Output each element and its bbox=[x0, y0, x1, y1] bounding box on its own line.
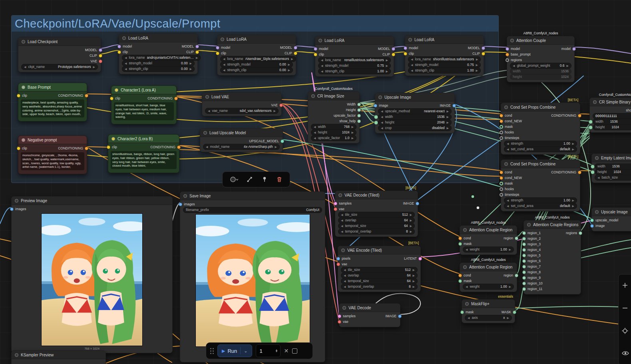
vae-encode-tiled[interactable]: [BETA]VAE Encode (Tiled)pixelsLATENTvae◀… bbox=[338, 246, 421, 292]
collapse-dot-icon[interactable] bbox=[527, 223, 531, 227]
collapse-dot-icon[interactable] bbox=[203, 131, 207, 135]
empty-latent-image-header[interactable]: Empty Latent Image bbox=[592, 154, 631, 162]
cr-simple-binary[interactable]: Comfyroll_CustomNodesCR Simple Binarysho… bbox=[589, 97, 631, 133]
character2-lora-b-header[interactable]: Character2 (Lora B) bbox=[108, 135, 179, 143]
output-CLIP[interactable]: CLIP bbox=[186, 50, 199, 54]
widget-strength_model[interactable]: ◀strength_model0.75▶ bbox=[408, 62, 481, 68]
decrement-arrow-icon[interactable]: ◀ bbox=[411, 69, 413, 72]
input-vae[interactable]: vae bbox=[336, 262, 347, 266]
decrement-arrow-icon[interactable]: ◀ bbox=[341, 230, 343, 233]
decrement-arrow-icon[interactable]: ◀ bbox=[24, 66, 26, 68]
decrement-arrow-icon[interactable]: ◀ bbox=[507, 148, 509, 151]
output-CLIP[interactable]: CLIP bbox=[382, 52, 395, 56]
input-mask[interactable]: mask bbox=[500, 181, 513, 185]
input-clip[interactable]: clip bbox=[17, 93, 27, 97]
clear-queue-button[interactable]: ✕ bbox=[284, 348, 289, 354]
output-UPSCALE_MODEL[interactable]: UPSCALE_MODEL bbox=[249, 139, 284, 143]
input-timesteps[interactable]: timesteps bbox=[500, 136, 519, 140]
output-CONDITIONING[interactable]: CONDITIONING bbox=[147, 96, 178, 100]
widget-overlap[interactable]: ◀overlap64▶ bbox=[338, 217, 415, 223]
character1-lora-a[interactable]: Character1 (Lora A)clipCONDITIONINGrenaI… bbox=[111, 86, 177, 124]
widget-width[interactable]: ◀width768▶ bbox=[311, 124, 356, 130]
widget-upscale_method[interactable]: ◀upscale_methodnearest-exact▶ bbox=[378, 108, 452, 114]
widget-batch_size[interactable]: ◀batch_size▶ bbox=[595, 175, 631, 181]
input-cond[interactable]: cond bbox=[500, 113, 512, 117]
collapse-dot-icon[interactable] bbox=[115, 88, 118, 92]
widget-upscale_factor[interactable]: ◀upscale_factor1.0▶ bbox=[311, 135, 356, 141]
widget-strength_clip[interactable]: ◀strength_clip0.00▶ bbox=[220, 67, 293, 73]
save-image-header[interactable]: Save Image bbox=[180, 192, 325, 200]
widget-width[interactable]: width1536 bbox=[595, 163, 631, 169]
node-graph-canvas[interactable]: Checkpoint/LoRA/Vae/Upscale/Prompt bbox=[0, 0, 631, 364]
output-VAE[interactable]: VAE bbox=[91, 59, 102, 63]
cond-set-props-combine-2[interactable]: [BETA]Cond Set Props CombinecondCONDITIO… bbox=[501, 159, 580, 211]
input-model[interactable]: model bbox=[117, 44, 132, 48]
load-upscale-model[interactable]: Load Upscale ModelUPSCALE_MODEL◀model_na… bbox=[200, 128, 283, 152]
vae-decode-header[interactable]: VAE Decode bbox=[339, 304, 400, 312]
increment-arrow-icon[interactable]: ▶ bbox=[567, 64, 569, 67]
increment-arrow-icon[interactable]: ▶ bbox=[413, 269, 415, 271]
load-lora-3[interactable]: Load LoRAmodelMODELclipCLIP◀lora_nameren… bbox=[315, 36, 394, 77]
increment-arrow-icon[interactable]: ▶ bbox=[509, 248, 511, 251]
prompt-text[interactable]: masterpiece, best quality, amazing quali… bbox=[21, 99, 84, 117]
attention-couple-region-1-header[interactable]: Attention Couple Region bbox=[460, 226, 517, 234]
attention-couple-header[interactable]: Attention Couple bbox=[507, 36, 574, 45]
decrement-arrow-icon[interactable]: ◀ bbox=[314, 137, 316, 139]
widget-height[interactable]: height1024 bbox=[510, 74, 571, 80]
widget-lora_name[interactable]: ◀lora_nameAisendraw_Style.safetensors▶ bbox=[220, 56, 296, 62]
collapse-dot-icon[interactable] bbox=[15, 353, 18, 357]
collapse-dot-icon[interactable] bbox=[22, 138, 25, 142]
input-mask[interactable]: mask bbox=[458, 242, 472, 246]
input-clip[interactable]: clip bbox=[404, 52, 414, 56]
widget-weight[interactable]: ◀weight1.00▶ bbox=[463, 284, 514, 290]
maskflip-header[interactable]: MaskFlip+ bbox=[462, 300, 515, 308]
input-mask[interactable]: mask bbox=[500, 125, 513, 129]
delete-button[interactable] bbox=[276, 176, 283, 183]
increment-arrow-icon[interactable]: ▶ bbox=[476, 64, 478, 66]
widget-overlap[interactable]: ◀overlap64▶ bbox=[341, 273, 418, 278]
input-hooks[interactable]: hooks bbox=[500, 187, 514, 191]
input-region_8[interactable]: region_8 bbox=[522, 270, 541, 274]
vae-encode-tiled-header[interactable]: VAE Encode (Tiled) bbox=[338, 246, 420, 255]
decrement-arrow-icon[interactable]: ◀ bbox=[381, 127, 383, 129]
output-MODEL[interactable]: MODEL bbox=[85, 48, 102, 52]
decrement-arrow-icon[interactable]: ◀ bbox=[223, 69, 225, 72]
increment-arrow-icon[interactable]: ▶ bbox=[447, 121, 449, 124]
widget-width[interactable]: width1536 bbox=[593, 119, 631, 125]
stop-button[interactable] bbox=[292, 348, 297, 354]
decrement-arrow-icon[interactable]: ◀ bbox=[411, 64, 413, 66]
input-vae[interactable]: vae bbox=[338, 320, 348, 324]
increment-arrow-icon[interactable]: ▶ bbox=[507, 316, 509, 319]
drag-handle[interactable] bbox=[210, 348, 214, 354]
input-mask[interactable]: mask bbox=[458, 279, 472, 283]
input-model[interactable]: model bbox=[314, 47, 328, 51]
negative-prompt-header[interactable]: Negative prompt bbox=[18, 136, 87, 144]
input-pixels[interactable]: pixels bbox=[336, 257, 350, 261]
input-model[interactable]: model bbox=[506, 47, 520, 51]
widget-strength_model[interactable]: ◀strength_model0.00▶ bbox=[122, 60, 195, 66]
upscale-image-right[interactable]: Upscale Imageupscale_modelimage bbox=[591, 207, 631, 231]
input-region_7[interactable]: region_7 bbox=[522, 265, 541, 269]
input-model[interactable]: model bbox=[404, 46, 418, 50]
widget-height[interactable]: height1024 bbox=[593, 124, 631, 130]
load-lora-4[interactable]: Load LoRAmodelMODELclipCLIP◀lora_nameshi… bbox=[405, 35, 484, 76]
output-LATENT[interactable]: LATENT bbox=[404, 257, 422, 261]
output-model[interactable]: model bbox=[561, 47, 576, 51]
load-upscale-model-header[interactable]: Load Upscale Model bbox=[200, 129, 283, 137]
output-Height[interactable]: Height bbox=[346, 108, 361, 112]
widget-strength_clip[interactable]: ◀strength_clip0.00▶ bbox=[122, 66, 195, 72]
load-lora-3-header[interactable]: Load LoRA bbox=[315, 36, 394, 45]
input-clip[interactable]: clip bbox=[110, 96, 120, 100]
decrement-arrow-icon[interactable]: ◀ bbox=[507, 199, 509, 202]
widget-model_name[interactable]: ◀model_name4x-AnimeSharp.pth▶ bbox=[203, 144, 280, 150]
widget-temporal_overlap[interactable]: ◀temporal_overlap8▶ bbox=[338, 229, 415, 235]
decrement-arrow-icon[interactable]: ◀ bbox=[507, 142, 509, 145]
increment-arrow-icon[interactable]: ▶ bbox=[410, 230, 412, 233]
collapse-dot-icon[interactable] bbox=[15, 199, 18, 203]
decrement-arrow-icon[interactable]: ◀ bbox=[321, 70, 323, 73]
vae-decode[interactable]: VAE DecodesamplesIMAGEvae bbox=[339, 303, 400, 327]
increment-arrow-icon[interactable]: ▶ bbox=[196, 56, 198, 59]
load-lora-1-header[interactable]: Load LoRA bbox=[119, 34, 197, 42]
increment-arrow-icon[interactable]: ▶ bbox=[386, 64, 388, 67]
save-image[interactable]: Save Imageimagesfilename_prefixComfyUI bbox=[180, 191, 325, 362]
